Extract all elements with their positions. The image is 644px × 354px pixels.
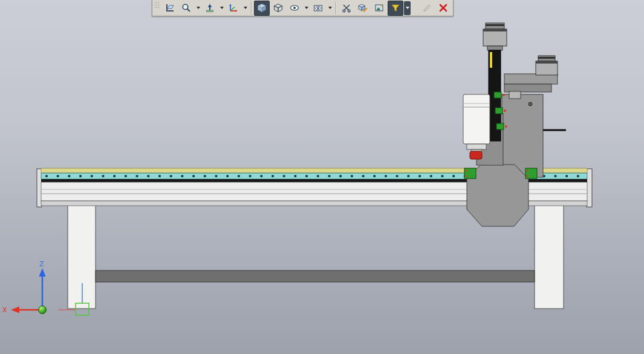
y-arm-upper-plate <box>504 74 558 84</box>
z-screw-strip <box>490 52 492 68</box>
cube-pencil-icon <box>358 3 368 13</box>
cross-brace[interactable] <box>96 270 535 282</box>
guide-block-1 <box>494 92 501 98</box>
display-style-shaded-button[interactable] <box>254 1 270 16</box>
cancel-button[interactable] <box>435 1 451 16</box>
origin-triad: Z X <box>2 260 47 314</box>
chevron-down-icon <box>197 7 200 9</box>
selection-filter-dropdown[interactable] <box>404 1 411 15</box>
origin-ball <box>39 306 47 314</box>
guide-block-2 <box>495 108 503 114</box>
apply-scene-button[interactable] <box>371 1 387 16</box>
tool-tip[interactable] <box>470 151 482 159</box>
spindle-assembly[interactable] <box>463 94 490 159</box>
zoom-button[interactable] <box>178 1 194 16</box>
section-view-button[interactable] <box>339 1 354 16</box>
magnifier-icon <box>181 3 191 13</box>
graphics-area[interactable]: Z X <box>0 0 644 354</box>
plate-bolt <box>529 102 532 106</box>
up-arrow-plane-icon <box>205 3 215 13</box>
z-motor-body[interactable] <box>483 29 507 46</box>
chevron-down-icon <box>244 7 247 9</box>
z-axis-arrowhead <box>39 268 46 277</box>
guide-block-3 <box>496 123 504 129</box>
heads-up-toolbar <box>152 0 454 16</box>
zoom-dropdown[interactable] <box>195 1 201 15</box>
x-axis-arrowhead <box>11 307 19 313</box>
table-guide-dot-l1 <box>465 169 467 171</box>
y-arm-lower-plate <box>504 84 551 92</box>
y-motor-cap-band <box>538 57 555 59</box>
view-settings-button[interactable] <box>310 1 326 16</box>
cad-model-view: Z X <box>0 0 644 354</box>
spindle-cap <box>467 144 486 149</box>
eye-box-icon <box>313 3 323 13</box>
spindle-body[interactable] <box>463 94 490 144</box>
x-axis-label: X <box>2 306 7 314</box>
z-motor-band <box>483 29 507 31</box>
eye-icon <box>290 3 299 13</box>
grip-dots-icon[interactable] <box>154 1 160 8</box>
sensor-box <box>509 91 521 99</box>
scissors-icon <box>342 3 351 13</box>
view-orientation-button[interactable] <box>226 1 241 16</box>
guide-dot-3 <box>505 125 507 128</box>
table-guide-dot-r2 <box>526 175 528 177</box>
edit-sketch-button[interactable] <box>419 1 435 16</box>
hide-show-items-button[interactable] <box>287 1 302 16</box>
sketch-plane-button[interactable] <box>162 1 178 16</box>
pencil-icon <box>422 3 432 13</box>
z-motor-cap-band <box>486 24 504 26</box>
guide-dot-2 <box>504 110 506 112</box>
selection-filter-button[interactable] <box>388 1 403 16</box>
z-motor-flange <box>487 46 503 50</box>
axes-icon <box>229 3 238 13</box>
guide-dot-1 <box>503 94 505 96</box>
view-settings-dropdown[interactable] <box>327 1 333 15</box>
plane-ruler-icon <box>165 3 175 13</box>
chevron-down-icon <box>305 7 308 9</box>
view-normal-to-button[interactable] <box>202 1 218 16</box>
toolbar-separator <box>251 2 252 15</box>
view-orientation-dropdown[interactable] <box>242 1 249 15</box>
chevron-down-icon <box>220 7 224 9</box>
hide-show-items-dropdown[interactable] <box>303 1 310 15</box>
chevron-down-icon <box>328 7 332 9</box>
right-leg[interactable] <box>535 205 564 309</box>
shaded-cube-icon <box>257 3 267 13</box>
red-x-icon <box>438 3 448 13</box>
toolbar-separator <box>336 2 336 15</box>
view-normal-to-dropdown[interactable] <box>218 1 225 15</box>
y-motor-band <box>536 61 558 64</box>
scene-icon <box>374 3 384 13</box>
left-leg[interactable] <box>68 205 96 309</box>
table-guide-dot-l2 <box>465 175 467 177</box>
table-guide-dot-r1 <box>526 169 528 171</box>
wireframe-cube-icon <box>273 3 283 13</box>
chevron-down-icon <box>406 7 409 9</box>
edit-view-button[interactable] <box>355 1 371 16</box>
funnel-icon <box>391 3 400 13</box>
display-style-wireframe-button[interactable] <box>270 1 286 16</box>
z-axis-label: Z <box>39 260 44 268</box>
